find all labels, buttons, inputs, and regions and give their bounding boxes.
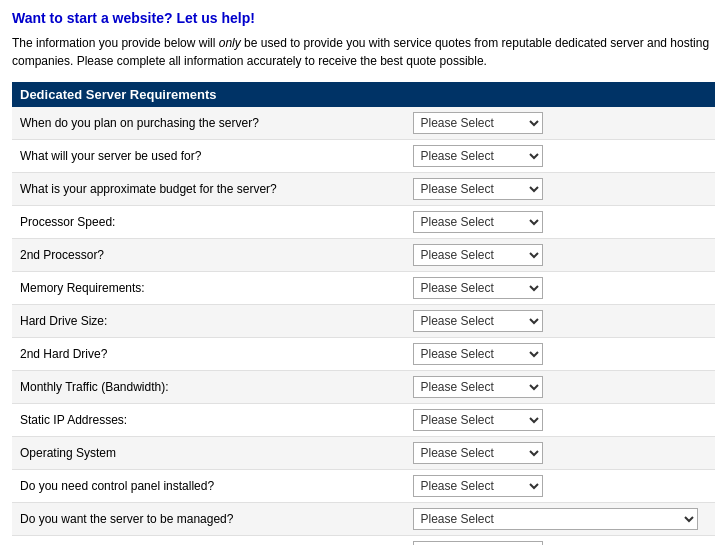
table-row: Static IP Addresses:Please Select	[12, 404, 715, 437]
table-row: Operating SystemPlease Select	[12, 437, 715, 470]
table-row: 2nd Hard Drive?Please Select	[12, 338, 715, 371]
field-label: Hard Drive Size:	[12, 305, 405, 338]
table-row: Memory Requirements:Please Select	[12, 272, 715, 305]
table-row: 2nd Processor?Please Select	[12, 239, 715, 272]
field-label: Monthly Traffic (Bandwidth):	[12, 371, 405, 404]
field-control: Please Select	[405, 536, 715, 546]
select-dropdown[interactable]: Please Select	[413, 376, 543, 398]
table-row: Do you need control panel installed?Plea…	[12, 470, 715, 503]
field-label: Static IP Addresses:	[12, 404, 405, 437]
field-control: Please Select	[405, 140, 715, 173]
table-row: What is your approximate budget for the …	[12, 173, 715, 206]
field-label: Processor Speed:	[12, 206, 405, 239]
table-row: Processor Speed:Please Select	[12, 206, 715, 239]
field-label: Do you need control panel installed?	[12, 470, 405, 503]
table-row: Back Up Options:Please Select	[12, 536, 715, 546]
requirements-form: When do you plan on purchasing the serve…	[12, 107, 715, 545]
field-label: Operating System	[12, 437, 405, 470]
select-dropdown[interactable]: Please Select	[413, 409, 543, 431]
table-row: Hard Drive Size:Please Select	[12, 305, 715, 338]
select-dropdown[interactable]: Please Select	[413, 541, 543, 545]
section-header: Dedicated Server Requirements	[12, 82, 715, 107]
select-dropdown[interactable]: Please Select	[413, 508, 698, 530]
field-control: Please Select	[405, 470, 715, 503]
field-label: When do you plan on purchasing the serve…	[12, 107, 405, 140]
field-control: Please Select	[405, 239, 715, 272]
select-dropdown[interactable]: Please Select	[413, 310, 543, 332]
select-dropdown[interactable]: Please Select	[413, 277, 543, 299]
table-row: Monthly Traffic (Bandwidth):Please Selec…	[12, 371, 715, 404]
field-label: What will your server be used for?	[12, 140, 405, 173]
table-row: What will your server be used for?Please…	[12, 140, 715, 173]
field-control: Please Select	[405, 437, 715, 470]
page-title: Want to start a website? Let us help!	[12, 10, 715, 26]
field-label: What is your approximate budget for the …	[12, 173, 405, 206]
field-control: Please Select	[405, 338, 715, 371]
field-control: Please Select	[405, 503, 715, 536]
field-control: Please Select	[405, 173, 715, 206]
field-label: Memory Requirements:	[12, 272, 405, 305]
field-label: Back Up Options:	[12, 536, 405, 546]
field-control: Please Select	[405, 107, 715, 140]
select-dropdown[interactable]: Please Select	[413, 475, 543, 497]
field-label: 2nd Processor?	[12, 239, 405, 272]
select-dropdown[interactable]: Please Select	[413, 178, 543, 200]
field-label: 2nd Hard Drive?	[12, 338, 405, 371]
intro-paragraph: The information you provide below will o…	[12, 34, 715, 70]
select-dropdown[interactable]: Please Select	[413, 244, 543, 266]
select-dropdown[interactable]: Please Select	[413, 343, 543, 365]
select-dropdown[interactable]: Please Select	[413, 211, 543, 233]
select-dropdown[interactable]: Please Select	[413, 112, 543, 134]
select-dropdown[interactable]: Please Select	[413, 145, 543, 167]
field-control: Please Select	[405, 272, 715, 305]
select-dropdown[interactable]: Please Select	[413, 442, 543, 464]
field-control: Please Select	[405, 206, 715, 239]
table-row: Do you want the server to be managed?Ple…	[12, 503, 715, 536]
field-control: Please Select	[405, 371, 715, 404]
field-control: Please Select	[405, 305, 715, 338]
table-row: When do you plan on purchasing the serve…	[12, 107, 715, 140]
field-control: Please Select	[405, 404, 715, 437]
field-label: Do you want the server to be managed?	[12, 503, 405, 536]
